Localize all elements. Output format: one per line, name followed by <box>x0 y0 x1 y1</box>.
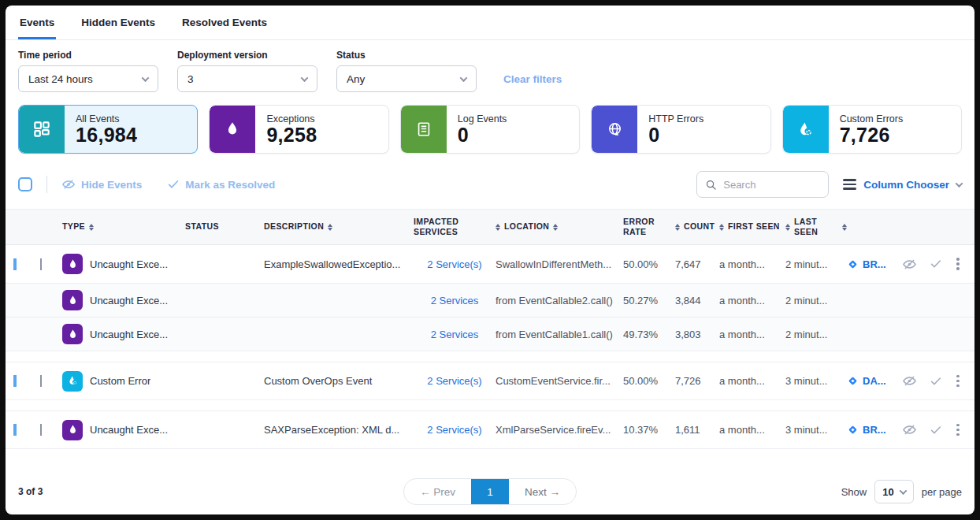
error-rate: 50.00% <box>623 258 675 270</box>
exception-type-icon <box>62 290 83 310</box>
status-select[interactable]: Any <box>336 65 477 92</box>
time-period-select[interactable]: Last 24 hours <box>18 65 158 92</box>
chevron-right-icon[interactable] <box>40 375 42 387</box>
ticket-link[interactable]: BR... <box>847 258 902 270</box>
tab-events[interactable]: Events <box>18 6 56 39</box>
table-subrow[interactable]: Uncaught Exce... 2 Services from EventCa… <box>6 318 974 351</box>
sort-icon[interactable] <box>89 224 94 231</box>
event-count: 1,611 <box>675 424 719 436</box>
row-checkbox[interactable] <box>13 375 17 387</box>
deployment-version-select[interactable]: 3 <box>177 65 317 92</box>
sort-icon[interactable] <box>842 224 847 231</box>
impacted-services-link[interactable]: 2 Service(s) <box>414 258 496 270</box>
chevron-down-icon[interactable] <box>40 258 42 270</box>
ticket-link[interactable]: BR... <box>847 424 902 436</box>
column-chooser-button[interactable]: Column Chooser <box>843 179 962 191</box>
impacted-services-link[interactable]: 2 Service(s) <box>414 424 496 436</box>
event-description: SAXParseException: XML d... <box>264 424 414 436</box>
first-seen: a month... <box>719 375 785 387</box>
table-footer: 3 of 3 ← Prev 1 Next → Show 10 per page <box>6 472 974 514</box>
jira-diamond-icon <box>847 424 859 436</box>
stat-card-label: All Events <box>76 113 137 124</box>
resolve-event-icon[interactable] <box>930 258 942 270</box>
event-location: CustomEventService.fir... <box>496 375 623 387</box>
event-type: Uncaught Exce... <box>90 295 168 306</box>
stat-card-label: Custom Errors <box>840 113 904 124</box>
resolve-event-icon[interactable] <box>930 375 942 388</box>
prev-page-button[interactable]: ← Prev <box>404 479 471 504</box>
col-error-rate: ERROR RATE <box>623 217 659 237</box>
search-input[interactable] <box>723 179 810 191</box>
event-count: 3,844 <box>675 295 719 306</box>
col-last-seen: LAST SEEN <box>794 217 838 237</box>
grid-icon <box>19 106 65 153</box>
sort-icon[interactable] <box>719 224 724 231</box>
stat-card-custom-errors[interactable]: Custom Errors 7,726 <box>782 105 962 154</box>
hide-event-icon[interactable] <box>902 422 917 437</box>
hide-event-icon[interactable] <box>902 373 917 388</box>
col-first-seen: FIRST SEEN <box>728 221 780 232</box>
impacted-services-link[interactable]: 2 Services <box>414 329 496 340</box>
stat-card-label: HTTP Errors <box>648 113 703 124</box>
hide-event-icon[interactable] <box>902 257 917 272</box>
ticket-link[interactable]: DA... <box>847 375 902 387</box>
ticket-label: DA... <box>863 375 886 387</box>
event-location: from EventCallable2.call() <box>496 295 623 306</box>
table-toolbar: Hide Events Mark as Resolved Column Choo… <box>6 165 974 209</box>
table-row[interactable]: Custom Error Custom OverOps Event 2 Serv… <box>6 362 974 400</box>
next-page-button[interactable]: Next → <box>509 479 576 504</box>
stat-card-http-errors[interactable]: HTTP Errors 0 <box>591 105 770 154</box>
jira-diamond-icon <box>847 375 859 387</box>
row-menu-icon[interactable] <box>955 422 961 438</box>
event-type: Uncaught Exce... <box>90 424 168 436</box>
pagination: ← Prev 1 Next → <box>403 478 577 505</box>
impacted-services-link[interactable]: 2 Service(s) <box>414 375 496 387</box>
sort-icon[interactable] <box>496 224 500 231</box>
error-rate: 50.27% <box>623 295 675 306</box>
clear-filters-button[interactable]: Clear filters <box>503 73 562 85</box>
select-all-checkbox[interactable] <box>18 177 32 191</box>
hamburger-icon <box>843 179 856 190</box>
time-period-label: Time period <box>18 50 158 61</box>
row-group-gap <box>6 400 974 410</box>
tab-bar: Events Hidden Events Resolved Events <box>6 6 974 40</box>
per-page-select[interactable]: 10 <box>874 480 913 503</box>
table-row[interactable]: Uncaught Exce... ExampleSwallowedExcepti… <box>6 245 974 284</box>
events-table: TYPE STATUS DESCRIPTION IMPACTED SERVICE… <box>6 209 974 472</box>
sort-icon[interactable] <box>675 224 680 231</box>
resolve-event-icon[interactable] <box>930 424 942 436</box>
tab-resolved-events[interactable]: Resolved Events <box>180 6 269 39</box>
hide-events-button[interactable]: Hide Events <box>61 177 142 191</box>
ticket-label: BR... <box>863 258 886 270</box>
first-seen: a month... <box>719 295 785 306</box>
table-header-row: TYPE STATUS DESCRIPTION IMPACTED SERVICE… <box>6 209 974 245</box>
table-subrow[interactable]: Uncaught Exce... 2 Services from EventCa… <box>6 284 974 318</box>
document-icon <box>401 106 447 153</box>
flame-gear-icon <box>783 106 829 153</box>
time-period-filter: Time period Last 24 hours <box>18 50 158 92</box>
row-menu-icon[interactable] <box>955 373 961 389</box>
row-menu-icon[interactable] <box>955 256 961 272</box>
per-page-control: Show 10 per page <box>841 480 962 503</box>
stat-card-exceptions[interactable]: Exceptions 9,258 <box>209 105 388 154</box>
impacted-services-link[interactable]: 2 Services <box>414 295 496 306</box>
row-checkbox[interactable] <box>13 258 17 270</box>
event-location: from EventCallable1.call() <box>496 329 623 340</box>
sort-icon[interactable] <box>553 224 558 231</box>
table-row[interactable]: Uncaught Exce... SAXParseException: XML … <box>6 410 974 449</box>
chevron-right-icon[interactable] <box>40 424 42 436</box>
stat-card-all-events[interactable]: All Events 16,984 <box>18 105 198 154</box>
show-label: Show <box>841 486 867 498</box>
row-checkbox[interactable] <box>13 424 17 436</box>
sort-icon[interactable] <box>785 224 790 231</box>
stat-card-log-events[interactable]: Log Events 0 <box>400 105 580 154</box>
current-page-button[interactable]: 1 <box>471 479 509 504</box>
per-page-label: per page <box>922 486 962 498</box>
chevron-down-icon <box>899 487 907 495</box>
mark-resolved-button[interactable]: Mark as Resolved <box>167 178 275 191</box>
stat-card-label: Log Events <box>458 113 507 124</box>
tab-hidden-events[interactable]: Hidden Events <box>80 6 157 39</box>
status-value: Any <box>347 73 365 85</box>
sort-icon[interactable] <box>328 224 332 231</box>
deployment-version-value: 3 <box>187 73 194 85</box>
